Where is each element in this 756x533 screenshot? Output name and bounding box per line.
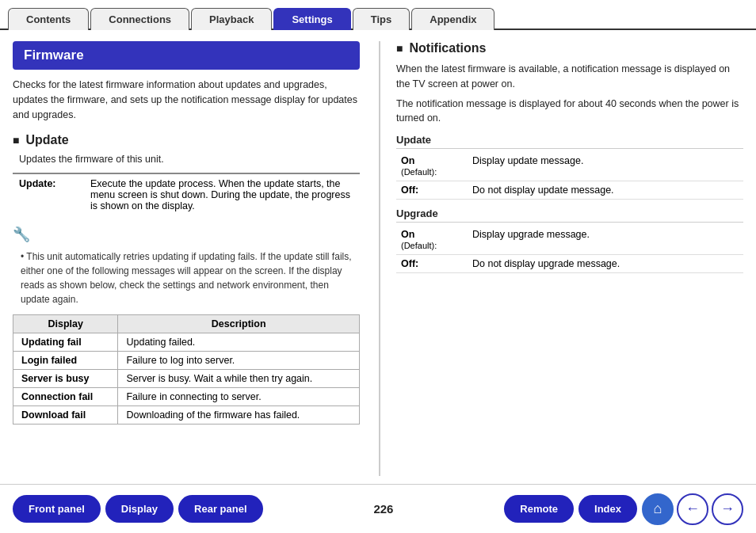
table-row: Off:Do not display update message. bbox=[396, 181, 743, 200]
error-description: Server is busy. Wait a while then try ag… bbox=[118, 370, 360, 388]
error-display: Login failed bbox=[13, 352, 118, 370]
tab-settings[interactable]: Settings bbox=[273, 8, 350, 30]
update-heading: Update bbox=[13, 133, 360, 147]
notif-desc: Do not display upgrade message. bbox=[468, 255, 743, 273]
error-table-header-row: Display Description bbox=[13, 315, 360, 333]
notif-desc: Display upgrade message. bbox=[468, 226, 743, 255]
index-button[interactable]: Index bbox=[578, 495, 637, 523]
error-display: Connection fail bbox=[13, 388, 118, 406]
left-column: Firmware Checks for the latest firmware … bbox=[13, 41, 360, 476]
tab-bar: Contents Connections Playback Settings T… bbox=[0, 0, 756, 30]
error-display: Download fail bbox=[13, 406, 118, 424]
error-description: Updating failed. bbox=[118, 333, 360, 352]
notif-update-table: On(Default):Display update message.Off:D… bbox=[396, 152, 743, 200]
table-row: Download failDownloading of the firmware… bbox=[13, 406, 360, 424]
tab-appendix[interactable]: Appendix bbox=[411, 8, 494, 30]
main-content: Firmware Checks for the latest firmware … bbox=[0, 30, 756, 484]
update-label: Update: bbox=[13, 173, 84, 215]
bottom-bar: Front panel Display Rear panel 226 Remot… bbox=[0, 484, 756, 533]
tab-connections[interactable]: Connections bbox=[90, 8, 189, 30]
col-description: Description bbox=[118, 315, 360, 333]
notif-option: Off: bbox=[396, 181, 468, 200]
notif-description-1: When the latest firmware is available, a… bbox=[396, 62, 743, 92]
front-panel-button[interactable]: Front panel bbox=[13, 495, 101, 523]
notif-option: Off: bbox=[396, 255, 468, 273]
update-description: Execute the update process. When the upd… bbox=[84, 173, 360, 215]
tab-contents[interactable]: Contents bbox=[8, 8, 89, 30]
table-row: Off:Do not display upgrade message. bbox=[396, 255, 743, 273]
table-row: Connection failFailure in connecting to … bbox=[13, 388, 360, 406]
notif-option: On(Default): bbox=[396, 152, 468, 181]
remote-button[interactable]: Remote bbox=[504, 495, 574, 523]
error-description: Downloading of the firmware has failed. bbox=[118, 406, 360, 424]
home-button[interactable]: ⌂ bbox=[642, 493, 674, 525]
note-bullet: This unit automatically retries updating… bbox=[13, 249, 360, 306]
notif-option: On(Default): bbox=[396, 226, 468, 255]
icon-buttons: ⌂ ← → bbox=[642, 493, 743, 525]
bottom-nav-left: Front panel Display Rear panel bbox=[13, 495, 263, 523]
error-description: Failure to log into server. bbox=[118, 352, 360, 370]
page-description: Checks for the latest firmware informati… bbox=[13, 78, 360, 122]
table-row: Updating failUpdating failed. bbox=[13, 333, 360, 352]
notif-description-2: The notification message is displayed fo… bbox=[396, 97, 743, 127]
bottom-nav-right: Remote Index ⌂ ← → bbox=[504, 493, 743, 525]
notif-update-label: Update bbox=[396, 134, 743, 149]
back-button[interactable]: ← bbox=[677, 493, 708, 525]
update-sub-description: Updates the firmware of this unit. bbox=[19, 154, 360, 165]
table-row: Login failedFailure to log into server. bbox=[13, 352, 360, 370]
wrench-icon: 🔧 bbox=[13, 226, 30, 243]
tab-tips[interactable]: Tips bbox=[353, 8, 410, 30]
update-table: Update: Execute the update process. When… bbox=[13, 173, 360, 215]
table-row: Server is busyServer is busy. Wait a whi… bbox=[13, 370, 360, 388]
notif-desc: Do not display update message. bbox=[468, 181, 743, 200]
notifications-heading: Notifications bbox=[396, 41, 743, 55]
notif-upgrade-table: On(Default):Display upgrade message.Off:… bbox=[396, 226, 743, 273]
page-title: Firmware bbox=[13, 41, 360, 70]
display-button[interactable]: Display bbox=[105, 495, 174, 523]
table-row: On(Default):Display upgrade message. bbox=[396, 226, 743, 255]
page-number: 226 bbox=[368, 502, 399, 516]
table-row: Update: Execute the update process. When… bbox=[13, 173, 360, 215]
tab-playback[interactable]: Playback bbox=[191, 8, 272, 30]
right-column: Notifications When the latest firmware i… bbox=[379, 41, 743, 476]
rear-panel-button[interactable]: Rear panel bbox=[178, 495, 262, 523]
notif-upgrade-label: Upgrade bbox=[396, 207, 743, 223]
col-display: Display bbox=[13, 315, 118, 333]
table-row: On(Default):Display update message. bbox=[396, 152, 743, 181]
error-display: Updating fail bbox=[13, 333, 118, 352]
error-display: Server is busy bbox=[13, 370, 118, 388]
wrench-area: 🔧 bbox=[13, 225, 360, 243]
forward-button[interactable]: → bbox=[712, 493, 743, 525]
error-description: Failure in connecting to server. bbox=[118, 388, 360, 406]
error-table: Display Description Updating failUpdatin… bbox=[13, 314, 360, 424]
notif-desc: Display update message. bbox=[468, 152, 743, 181]
